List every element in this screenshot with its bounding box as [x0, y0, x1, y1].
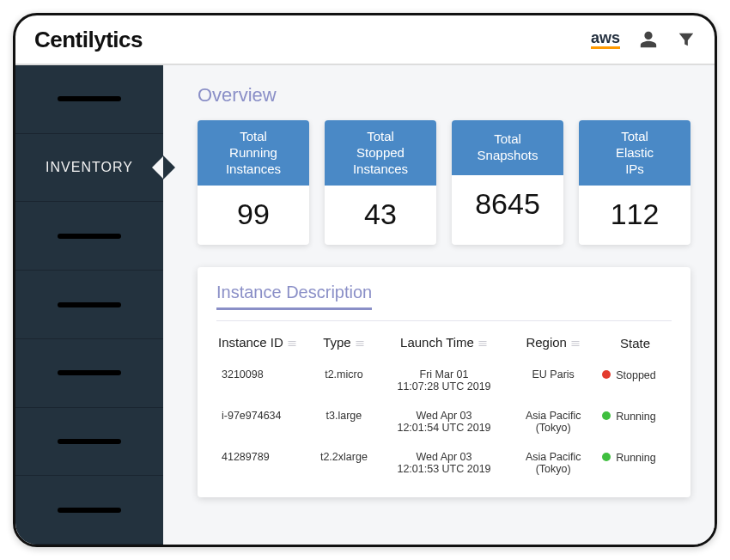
stat-card-snapshots: TotalSnapshots 8645: [452, 120, 563, 245]
stat-value: 43: [325, 186, 436, 245]
stat-value: 99: [198, 186, 309, 245]
state-dot-icon: [602, 370, 611, 379]
sort-icon: [570, 337, 581, 351]
col-type[interactable]: Type: [307, 330, 380, 360]
cell-region: Asia Pacific(Tokyo): [508, 442, 599, 484]
user-icon[interactable]: [639, 30, 658, 49]
sort-icon: [478, 337, 488, 351]
filter-icon[interactable]: [677, 30, 696, 49]
cell-state: Stopped: [599, 360, 672, 401]
cell-type: t2.2xlarge: [307, 442, 380, 484]
cell-launch-time: Wed Apr 0312:01:53 UTC 2019: [380, 442, 508, 484]
state-dot-icon: [602, 453, 611, 461]
cell-state: Running: [599, 401, 672, 442]
sidebar-item-placeholder[interactable]: [15, 202, 163, 271]
stat-card-elastic-ips: TotalElasticIPs 112: [579, 120, 690, 245]
instance-description-card: Instance Description Instance ID Type: [198, 267, 690, 497]
stat-label: TotalStoppedInstances: [325, 120, 436, 186]
table-row: 41289789 t2.2xlarge Wed Apr 0312:01:53 U…: [216, 442, 672, 484]
cell-instance-id: 41289789: [216, 442, 307, 484]
sidebar-item-placeholder[interactable]: [15, 339, 163, 408]
stat-value: 112: [579, 186, 690, 245]
cell-launch-time: Wed Apr 0312:01:54 UTC 2019: [380, 401, 508, 442]
instance-table-title: Instance Description: [216, 283, 372, 310]
instance-table: Instance ID Type Launch Time Region Stat…: [216, 330, 672, 484]
placeholder-icon: [58, 370, 121, 375]
table-row: i-97e974634 t3.large Wed Apr 0312:01:54 …: [216, 401, 672, 442]
sort-icon: [355, 337, 365, 351]
placeholder-icon: [58, 439, 121, 444]
overview-title: Overview: [198, 84, 690, 107]
sidebar-nav: INVENTORY: [15, 65, 163, 545]
sidebar-item-label: INVENTORY: [46, 160, 133, 175]
app-frame: Centilytics aws INVENTORY: [13, 13, 717, 547]
header-actions: aws: [591, 30, 696, 49]
cell-region: Asia Pacific(Tokyo): [508, 401, 599, 442]
stat-value: 8645: [452, 175, 563, 234]
stats-row: TotalRunningInstances 99 TotalStoppedIns…: [198, 120, 690, 245]
col-region[interactable]: Region: [508, 330, 599, 360]
stat-label: TotalRunningInstances: [198, 120, 309, 186]
cell-type: t3.large: [307, 401, 380, 442]
cell-region: EU Paris: [508, 360, 599, 401]
sidebar-item-inventory[interactable]: INVENTORY: [15, 134, 163, 203]
placeholder-icon: [58, 302, 121, 307]
cell-instance-id: i-97e974634: [216, 401, 307, 442]
stat-label: TotalElasticIPs: [579, 120, 690, 186]
cell-instance-id: 3210098: [216, 360, 307, 401]
cell-launch-time: Fri Mar 0111:07:28 UTC 2019: [380, 360, 508, 401]
sidebar-item-placeholder[interactable]: [15, 476, 163, 545]
cell-state: Running: [599, 442, 672, 484]
cell-type: t2.micro: [307, 360, 380, 401]
placeholder-icon: [58, 96, 121, 101]
instance-table-body: 3210098 t2.micro Fri Mar 0111:07:28 UTC …: [216, 360, 672, 484]
placeholder-icon: [58, 508, 121, 513]
sidebar-item-placeholder[interactable]: [15, 408, 163, 477]
col-instance-id[interactable]: Instance ID: [216, 330, 307, 360]
col-launch-time[interactable]: Launch Time: [380, 330, 508, 360]
header-bar: Centilytics aws: [15, 15, 715, 65]
stat-card-running-instances: TotalRunningInstances 99: [198, 120, 309, 245]
placeholder-icon: [58, 234, 121, 239]
cloud-provider-badge: aws: [591, 30, 620, 49]
brand-logo: Centilytics: [34, 27, 143, 53]
state-dot-icon: [602, 411, 611, 420]
sort-icon: [287, 337, 297, 351]
table-row: 3210098 t2.micro Fri Mar 0111:07:28 UTC …: [216, 360, 672, 401]
sidebar-item-placeholder[interactable]: [15, 65, 163, 134]
stat-label: TotalSnapshots: [452, 120, 563, 175]
stat-card-stopped-instances: TotalStoppedInstances 43: [325, 120, 436, 245]
main-content: Overview TotalRunningInstances 99 TotalS…: [163, 65, 715, 545]
col-state: State: [599, 330, 672, 360]
table-header-row: Instance ID Type Launch Time Region Stat…: [216, 330, 672, 360]
sidebar-item-placeholder[interactable]: [15, 271, 163, 339]
active-pointer-icon: [152, 155, 164, 180]
